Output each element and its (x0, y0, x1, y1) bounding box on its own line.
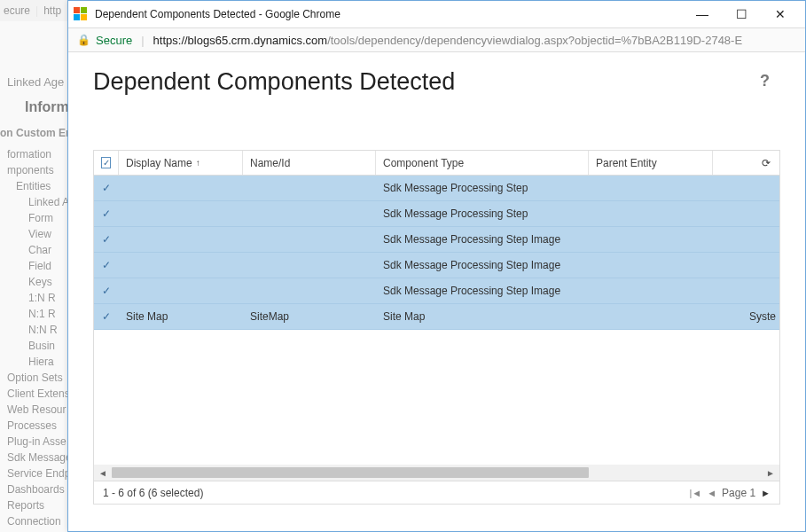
chrome-window: Dependent Components Detected - Google C… (67, 0, 806, 532)
maximize-button[interactable]: ☐ (722, 1, 761, 27)
first-page-button[interactable]: |◄ (689, 488, 701, 498)
scroll-thumb[interactable] (112, 467, 589, 478)
cell-name-id (243, 201, 376, 226)
bg-inform: Inform (25, 99, 69, 115)
address-bar[interactable]: 🔒 Secure | https://blogs65.crm.dynamics.… (68, 27, 805, 52)
cell-managed: Syste (713, 304, 779, 329)
bg-linked-age: Linked Age (7, 75, 64, 89)
table-row[interactable]: ✓Site MapSiteMapSite MapSyste (94, 304, 779, 330)
cell-display-name (119, 278, 243, 303)
cell-component-type: Sdk Message Processing Step Image (376, 227, 589, 252)
cell-display-name (119, 176, 243, 200)
header-parent-entity[interactable]: Parent Entity (589, 151, 713, 175)
record-count-label: 1 - 6 of 6 (6 selected) (103, 487, 203, 499)
cell-component-type: Sdk Message Processing Step (376, 201, 589, 226)
row-check-icon[interactable]: ✓ (94, 201, 119, 226)
header-display-name[interactable]: Display Name↑ (119, 151, 243, 175)
table-row[interactable]: ✓Sdk Message Processing Step Image (94, 227, 779, 253)
cell-managed (713, 201, 779, 226)
cell-component-type: Sdk Message Processing Step Image (376, 253, 589, 278)
cell-parent-entity (589, 227, 713, 252)
cell-parent-entity (589, 201, 713, 226)
cell-component-type: Sdk Message Processing Step (376, 176, 589, 200)
cell-name-id: SiteMap (243, 304, 376, 329)
cell-parent-entity (589, 253, 713, 278)
grid-footer: 1 - 6 of 6 (6 selected) |◄ ◄ Page 1 ► (94, 481, 779, 504)
pager: |◄ ◄ Page 1 ► (689, 487, 771, 499)
table-row[interactable]: ✓Sdk Message Processing Step (94, 176, 779, 201)
lock-icon: 🔒 (77, 34, 90, 46)
table-row[interactable]: ✓Sdk Message Processing Step (94, 201, 779, 227)
horizontal-scrollbar[interactable]: ◄ ► (94, 465, 779, 481)
bg-custom-ent: on Custom Ent (0, 127, 75, 139)
dependencies-grid: ✓ Display Name↑ Name/Id Component Type P… (93, 150, 780, 505)
row-check-icon[interactable]: ✓ (94, 176, 119, 200)
close-button[interactable]: ✕ (761, 1, 800, 27)
row-check-icon[interactable]: ✓ (94, 278, 119, 303)
help-icon[interactable]: ? (760, 72, 770, 90)
cell-display-name (119, 227, 243, 252)
prev-page-button[interactable]: ◄ (707, 488, 716, 498)
sort-asc-icon: ↑ (196, 158, 200, 168)
cell-parent-entity (589, 176, 713, 200)
cell-display-name: Site Map (119, 304, 243, 329)
bg-topbar-http: http (43, 4, 61, 17)
url-host: https://blogs65.crm.dynamics.com (153, 34, 328, 47)
scroll-left-arrow-icon[interactable]: ◄ (96, 466, 110, 479)
cell-component-type: Site Map (376, 304, 589, 329)
cell-parent-entity (589, 278, 713, 303)
page-label: Page 1 (722, 487, 755, 499)
scroll-right-arrow-icon[interactable]: ► (763, 466, 778, 479)
cell-name-id (243, 176, 376, 200)
cell-name-id (243, 227, 376, 252)
cell-component-type: Sdk Message Processing Step Image (376, 278, 589, 303)
grid-header-row: ✓ Display Name↑ Name/Id Component Type P… (94, 151, 779, 176)
row-check-icon[interactable]: ✓ (94, 227, 119, 252)
window-title: Dependent Components Detected - Google C… (95, 8, 340, 20)
bg-topbar-left: ecure (4, 4, 30, 17)
titlebar[interactable]: Dependent Components Detected - Google C… (68, 1, 805, 27)
table-row[interactable]: ✓Sdk Message Processing Step Image (94, 278, 779, 304)
cell-parent-entity (589, 304, 713, 329)
header-component-type[interactable]: Component Type (376, 151, 589, 175)
row-check-icon[interactable]: ✓ (94, 304, 119, 329)
table-row[interactable]: ✓Sdk Message Processing Step Image (94, 253, 779, 278)
cell-managed (713, 278, 779, 303)
cell-managed (713, 227, 779, 252)
header-name-id[interactable]: Name/Id (243, 151, 376, 175)
row-check-icon[interactable]: ✓ (94, 253, 119, 278)
select-all-checkbox[interactable]: ✓ (94, 151, 119, 175)
minimize-button[interactable]: — (683, 1, 722, 27)
refresh-button[interactable]: ⟳ (753, 151, 779, 175)
cell-name-id (243, 278, 376, 303)
grid-body: ✓Sdk Message Processing Step✓Sdk Message… (94, 176, 779, 465)
next-page-button[interactable]: ► (761, 488, 771, 498)
cell-managed (713, 176, 779, 200)
cell-name-id (243, 253, 376, 278)
secure-label: Secure (96, 34, 132, 47)
windows-logo-icon (74, 7, 88, 21)
bg-nav-tree: formation mponents Entities Linked A For… (0, 146, 71, 529)
page-title: Dependent Components Detected (93, 68, 780, 96)
cell-managed (713, 253, 779, 278)
url-path: /tools/dependency/dependencyviewdialog.a… (327, 34, 742, 47)
cell-display-name (119, 253, 243, 278)
cell-display-name (119, 201, 243, 226)
